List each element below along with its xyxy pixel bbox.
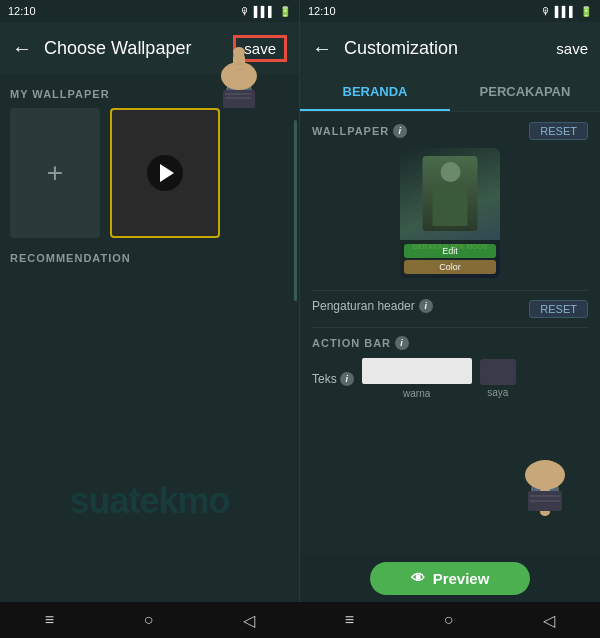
teks-row: Teks i warna saya: [312, 358, 588, 399]
wallpaper-reset-button[interactable]: RESET: [529, 122, 588, 140]
left-time: 12:10: [8, 5, 36, 17]
signal-icon: ▌▌▌: [254, 6, 275, 17]
teks-input-group: warna: [362, 358, 472, 399]
right-back-button[interactable]: ←: [312, 37, 332, 60]
nav-back-button[interactable]: ◁: [223, 607, 275, 634]
right-tabs: BERANDA PERCAKAPAN: [300, 74, 600, 112]
right-status-icons: 🎙 ▌▌▌ 🔋: [541, 6, 592, 17]
divider-1: [312, 290, 588, 291]
wallpaper-info-icon[interactable]: i: [393, 124, 407, 138]
battery-icon: 🔋: [279, 6, 291, 17]
right-status-bar: 12:10 🎙 ▌▌▌ 🔋: [300, 0, 600, 22]
tab-beranda[interactable]: BERANDA: [300, 74, 450, 111]
right-save-button[interactable]: save: [556, 40, 588, 57]
color-swatch-group: saya: [480, 359, 516, 398]
left-content: MY WALLPAPER + RECOMMENDATION: [0, 74, 299, 602]
add-wallpaper-button[interactable]: +: [10, 108, 100, 238]
action-bar-section: ACTION BAR i Teks i warna saya: [312, 336, 588, 399]
scrollbar[interactable]: [294, 120, 297, 301]
nav-back-button-2[interactable]: ◁: [523, 607, 575, 634]
right-content: WALLPAPER i RESET GERAKAN APK MODS Edit: [300, 112, 600, 554]
header-settings-row: Pengaturan header i RESET: [312, 299, 588, 319]
right-title: Customization: [344, 38, 556, 59]
left-title: Choose Wallpaper: [44, 38, 233, 59]
left-status-bar: 12:10 🎙 ▌▌▌ 🔋: [0, 0, 299, 22]
recommendation-label: RECOMMENDATION: [10, 252, 289, 264]
left-save-button[interactable]: save: [233, 35, 287, 62]
wallpaper-section-row: WALLPAPER i RESET: [312, 122, 588, 140]
nav-home-button[interactable]: ○: [124, 607, 174, 633]
wallpaper-overlay-buttons: Edit Color: [400, 240, 500, 278]
right-time: 12:10: [308, 5, 336, 17]
preview-bar: 👁 Preview: [300, 554, 600, 602]
right-battery-icon: 🔋: [580, 6, 592, 17]
saya-label: saya: [487, 387, 508, 398]
left-back-button[interactable]: ←: [12, 37, 32, 60]
play-button[interactable]: [147, 155, 183, 191]
wallpaper-section-label: WALLPAPER i: [312, 124, 407, 138]
right-bottom: 👁 Preview: [300, 554, 600, 602]
left-status-icons: 🎙 ▌▌▌ 🔋: [240, 6, 291, 17]
preview-button[interactable]: 👁 Preview: [370, 562, 530, 595]
nav-bar: ≡ ○ ◁ ≡ ○ ◁: [0, 602, 600, 638]
teks-label: Teks i: [312, 372, 354, 386]
right-mic-icon: 🎙: [541, 6, 551, 17]
wallpaper-preview-image[interactable]: GERAKAN APK MODS Edit Color: [400, 148, 500, 278]
left-header: ← Choose Wallpaper save: [0, 22, 299, 74]
wallpaper-preview-container: GERAKAN APK MODS Edit Color: [312, 148, 588, 278]
tab-percakapan[interactable]: PERCAKAPAN: [450, 74, 600, 111]
mic-icon: 🎙: [240, 6, 250, 17]
header-settings-label: Pengaturan header i: [312, 299, 433, 313]
action-bar-info-icon[interactable]: i: [395, 336, 409, 350]
nav-home-button-2[interactable]: ○: [424, 607, 474, 633]
header-info-icon[interactable]: i: [419, 299, 433, 313]
nav-menu-button-2[interactable]: ≡: [325, 607, 374, 633]
teks-input[interactable]: [362, 358, 472, 384]
eye-icon: 👁: [411, 570, 425, 586]
color-button[interactable]: Color: [404, 260, 496, 274]
action-bar-label: ACTION BAR i: [312, 336, 588, 350]
right-signal-icon: ▌▌▌: [555, 6, 576, 17]
warna-label: warna: [362, 388, 472, 399]
divider-2: [312, 327, 588, 328]
teks-info-icon[interactable]: i: [340, 372, 354, 386]
left-panel: 12:10 🎙 ▌▌▌ 🔋 ← Choose Wallpaper save MY…: [0, 0, 300, 602]
right-panel: 12:10 🎙 ▌▌▌ 🔋 ← Customization save BERAN…: [300, 0, 600, 602]
edit-button[interactable]: Edit: [404, 244, 496, 258]
video-wallpaper-item[interactable]: [110, 108, 220, 238]
preview-label: Preview: [433, 570, 490, 587]
wallpaper-row: +: [10, 108, 289, 238]
color-swatch[interactable]: [480, 359, 516, 385]
nav-menu-button[interactable]: ≡: [25, 607, 74, 633]
right-header: ← Customization save: [300, 22, 600, 74]
my-wallpaper-label: MY WALLPAPER: [10, 88, 289, 100]
plus-icon: +: [47, 157, 63, 189]
header-reset-button[interactable]: RESET: [529, 300, 588, 318]
